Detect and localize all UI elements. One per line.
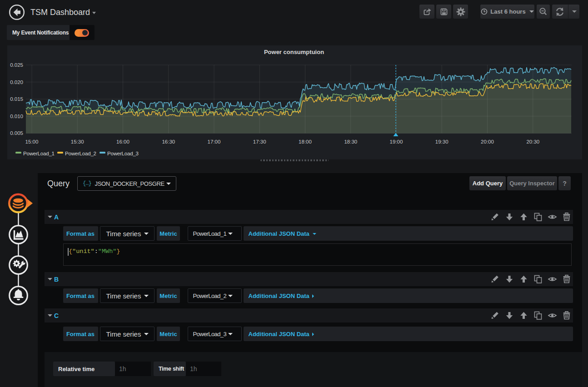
svg-text:0.005: 0.005: [10, 130, 23, 136]
svg-text:20:30: 20:30: [526, 139, 539, 144]
svg-text:Power consumptuion: Power consumptuion: [264, 49, 324, 55]
svg-text:15:00: 15:00: [25, 139, 39, 144]
svg-text:19:30: 19:30: [435, 139, 448, 144]
svg-text:PowerLoad_1: PowerLoad_1: [23, 151, 55, 156]
svg-text:16:30: 16:30: [162, 139, 175, 144]
svg-text:17:30: 17:30: [253, 139, 266, 144]
svg-text:18:00: 18:00: [299, 139, 312, 144]
svg-text:16:00: 16:00: [116, 139, 130, 144]
svg-text:0.025: 0.025: [10, 62, 23, 68]
svg-text:15:30: 15:30: [71, 139, 84, 144]
svg-text:19:00: 19:00: [390, 139, 403, 144]
svg-text:0.020: 0.020: [10, 79, 23, 85]
svg-text:17:00: 17:00: [208, 139, 221, 144]
svg-text:0.010: 0.010: [10, 114, 23, 119]
svg-text:PowerLoad_3: PowerLoad_3: [107, 151, 139, 156]
svg-text:20:00: 20:00: [481, 139, 494, 144]
svg-text:0.015: 0.015: [10, 96, 23, 102]
svg-text:PowerLoad_2: PowerLoad_2: [65, 151, 96, 156]
svg-text:18:30: 18:30: [344, 139, 357, 144]
